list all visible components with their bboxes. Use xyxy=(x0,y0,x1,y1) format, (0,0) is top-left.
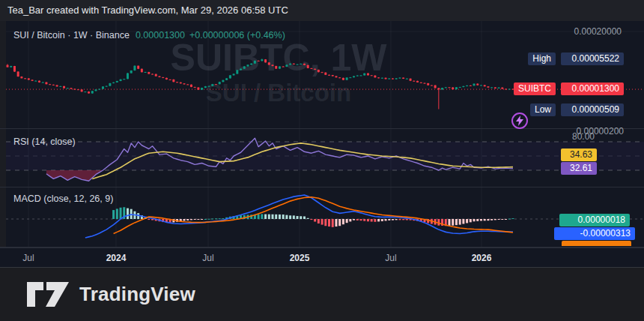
low-value-badge: 0.00000509 xyxy=(561,104,624,116)
legend-last-price: 0.00001300 xyxy=(136,30,185,40)
tradingview-logo-icon[interactable] xyxy=(27,282,70,308)
macd-histogram-value-badge: 0.00000018 xyxy=(559,214,630,226)
macd-pane-label[interactable]: MACD (close, 12, 26, 9) xyxy=(13,194,113,204)
symbol-price-label-badge: SUIBTC xyxy=(514,82,556,95)
rsi-pane-label[interactable]: RSI (14, close) xyxy=(13,136,76,147)
macd-signal-line xyxy=(114,197,513,234)
attribution-titlebar: Tea_Bar created with TradingView.com, Ma… xyxy=(0,0,644,21)
time-axis-tick: 2026 xyxy=(463,248,500,268)
rsi-ma-value-badge: 34.63 xyxy=(561,148,597,161)
high-value-badge: 0.00005522 xyxy=(561,52,624,65)
footer-bar: TradingView xyxy=(0,268,644,321)
rsi-scale-top-label[interactable]: 80.00 xyxy=(572,131,595,142)
time-axis[interactable]: Jul2024Jul2025Jul2026 xyxy=(0,248,644,268)
rsi-value-badge: 32.61 xyxy=(561,162,597,175)
macd-signal-value-badge xyxy=(562,241,631,246)
time-axis-tick: 2025 xyxy=(281,248,318,268)
legend-change: +0.00000006 (+0.46%) xyxy=(189,30,285,40)
lightning-icon xyxy=(515,116,524,126)
symbol-legend[interactable]: SUI / Bitcoin · 1W · Binance0.00001300+0… xyxy=(13,30,285,40)
macd-line-value-badge: -0.00000313 xyxy=(554,227,635,240)
candles-layer xyxy=(7,58,514,109)
time-axis-tick: Jul xyxy=(189,248,227,268)
time-axis-tick: 2024 xyxy=(97,248,135,268)
legend-description: SUI / Bitcoin · 1W · Binance xyxy=(13,30,130,40)
price-scale-top-label[interactable]: 0.00020000 xyxy=(574,26,622,37)
low-label-badge: Low xyxy=(530,104,556,116)
high-label-badge: High xyxy=(528,52,556,65)
time-axis-tick: Jul xyxy=(372,248,410,268)
macd-histogram xyxy=(112,207,514,227)
last-price-badge: 0.00001300 xyxy=(561,82,624,95)
lightning-button[interactable] xyxy=(511,112,528,129)
time-axis-tick: Jul xyxy=(10,248,47,268)
tradingview-brand-text[interactable]: TradingView xyxy=(79,283,195,306)
